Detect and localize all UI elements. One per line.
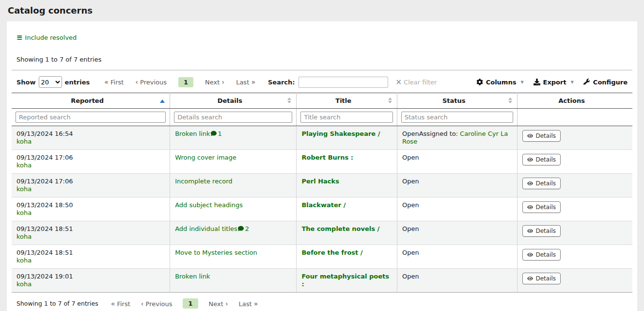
pagination-top: « First ‹ Previous 1 Next › Last »	[104, 77, 255, 87]
table-row: 09/13/2024 18:50 koha Add subject headin…	[12, 197, 632, 221]
assigned-to-label: Assigned to:	[419, 130, 458, 137]
pagination-last-button[interactable]: Last »	[236, 78, 255, 86]
concern-details-link[interactable]: Add subject headings	[175, 201, 243, 209]
eye-icon	[527, 180, 533, 186]
record-title-link[interactable]: Blackwater /	[301, 201, 346, 209]
chevron-right-icon: ›	[222, 78, 225, 86]
reported-timestamp: 09/13/2024 18:51	[16, 249, 165, 257]
status-cell: Open	[397, 221, 518, 245]
pagination-previous-button[interactable]: ‹ Previous	[135, 78, 167, 86]
status-text: Open	[402, 225, 419, 232]
reported-cell: 09/13/2024 18:50 koha	[12, 197, 170, 221]
eye-icon	[527, 252, 533, 258]
reporter-link[interactable]: koha	[16, 138, 31, 145]
status-text: Open	[402, 273, 419, 280]
concerns-table-body: 09/13/2024 16:54 koha Broken link1 Playi…	[12, 126, 632, 293]
record-title-link[interactable]: The complete novels /	[301, 225, 379, 232]
table-search-control: Search:	[268, 77, 388, 88]
title-cell: Perl Hacks	[297, 174, 397, 197]
pagination-next-button[interactable]: Next ›	[205, 78, 224, 86]
details-button[interactable]: Details	[522, 178, 561, 189]
double-chevron-right-icon: »	[254, 300, 258, 308]
configure-button[interactable]: Configure	[583, 79, 628, 86]
record-title-link[interactable]: Playing Shakespeare /	[301, 130, 380, 137]
details-filter-input[interactable]	[174, 112, 292, 123]
details-button-label: Details	[535, 156, 556, 163]
double-chevron-left-icon: «	[111, 300, 115, 308]
page-header: Catalog concerns	[0, 0, 644, 21]
reported-timestamp: 09/13/2024 19:01	[16, 273, 165, 280]
concern-details-link[interactable]: Add individual titles	[175, 225, 237, 232]
sort-both-icon	[388, 98, 392, 103]
pagination-current-page[interactable]: 1	[178, 77, 193, 87]
reporter-link[interactable]: koha	[16, 162, 31, 169]
include-resolved-label: Include resolved	[25, 34, 77, 41]
status-text: Open	[402, 249, 419, 256]
pagination-last-button[interactable]: Last »	[239, 300, 258, 308]
reporter-link[interactable]: koha	[16, 185, 31, 193]
clear-filter-button[interactable]: × Clear filter	[396, 78, 437, 86]
export-button[interactable]: Export ▼	[534, 79, 574, 86]
actions-cell: Details	[518, 269, 632, 293]
reporter-link[interactable]: koha	[16, 257, 31, 264]
main-panel: ≡ Include resolved Showing 1 to 7 of 7 e…	[7, 21, 637, 311]
details-button[interactable]: Details	[522, 154, 561, 165]
pagination-previous-button[interactable]: ‹ Previous	[141, 300, 173, 308]
record-title-link[interactable]: Perl Hacks	[301, 178, 339, 185]
actions-cell: Details	[518, 245, 632, 269]
reported-filter-input[interactable]	[16, 112, 166, 123]
title-cell: Playing Shakespeare /	[297, 126, 397, 150]
title-cell: Four metaphysical poets :	[297, 269, 397, 293]
column-header-details[interactable]: Details	[170, 93, 297, 109]
table-search-input[interactable]	[298, 77, 388, 88]
record-title-link[interactable]: Robert Burns :	[301, 154, 353, 161]
reporter-link[interactable]: koha	[16, 280, 31, 288]
chevron-left-icon: ‹	[141, 300, 144, 308]
entries-per-page-select[interactable]: 20	[39, 76, 62, 88]
show-label: Show	[16, 79, 36, 86]
details-button[interactable]: Details	[522, 249, 561, 261]
actions-cell: Details	[518, 221, 632, 245]
status-filter-input[interactable]	[401, 112, 514, 123]
status-text: Open	[402, 178, 419, 185]
actions-cell: Details	[518, 126, 632, 150]
pagination-next-button[interactable]: Next ›	[209, 300, 228, 308]
details-cell: Add individual titles2	[170, 221, 297, 245]
showing-entries-bottom: Showing 1 to 7 of 7 entries	[16, 300, 98, 307]
clear-filter-label: Clear filter	[404, 79, 437, 86]
record-title-link[interactable]: Four metaphysical poets :	[301, 273, 389, 288]
export-label: Export	[543, 79, 566, 86]
details-button[interactable]: Details	[522, 130, 561, 142]
record-title-link[interactable]: Before the frost /	[301, 249, 362, 256]
concern-details-link[interactable]: Broken link	[175, 130, 210, 137]
reporter-link[interactable]: koha	[16, 233, 31, 240]
include-resolved-link[interactable]: ≡ Include resolved	[12, 21, 77, 41]
sort-ascending-icon	[160, 99, 165, 103]
eye-icon	[527, 204, 533, 210]
details-button[interactable]: Details	[522, 201, 561, 213]
column-header-status[interactable]: Status	[397, 93, 518, 109]
pagination-first-button[interactable]: « First	[104, 78, 124, 86]
reporter-link[interactable]: koha	[16, 209, 31, 216]
columns-label: Columns	[486, 79, 517, 86]
concern-details-link[interactable]: Wrong cover image	[175, 154, 236, 161]
concern-details-link[interactable]: Broken link	[175, 273, 210, 280]
sort-both-icon	[508, 98, 512, 103]
column-header-actions: Actions	[518, 93, 632, 109]
column-header-reported[interactable]: Reported	[12, 93, 170, 109]
concern-details-link[interactable]: Incomplete record	[175, 178, 232, 185]
catalog-concerns-table: Reported Details Title Status	[12, 93, 632, 293]
pagination-bottom: « First ‹ Previous 1 Next › Last »	[111, 298, 258, 309]
details-button[interactable]: Details	[522, 225, 561, 237]
columns-button[interactable]: Columns ▼	[476, 79, 524, 86]
concern-details-link[interactable]: Move to Mysteries section	[175, 249, 257, 256]
status-cell: Open	[397, 245, 518, 269]
pagination-current-page[interactable]: 1	[183, 298, 198, 309]
column-header-title[interactable]: Title	[297, 93, 397, 109]
title-filter-input[interactable]	[300, 112, 393, 123]
title-cell: Robert Burns :	[297, 150, 397, 174]
details-button[interactable]: Details	[522, 273, 561, 284]
gear-icon	[476, 79, 483, 85]
pagination-first-button[interactable]: « First	[111, 300, 130, 308]
table-row: 09/13/2024 18:51 koha Move to Mysteries …	[12, 245, 632, 269]
